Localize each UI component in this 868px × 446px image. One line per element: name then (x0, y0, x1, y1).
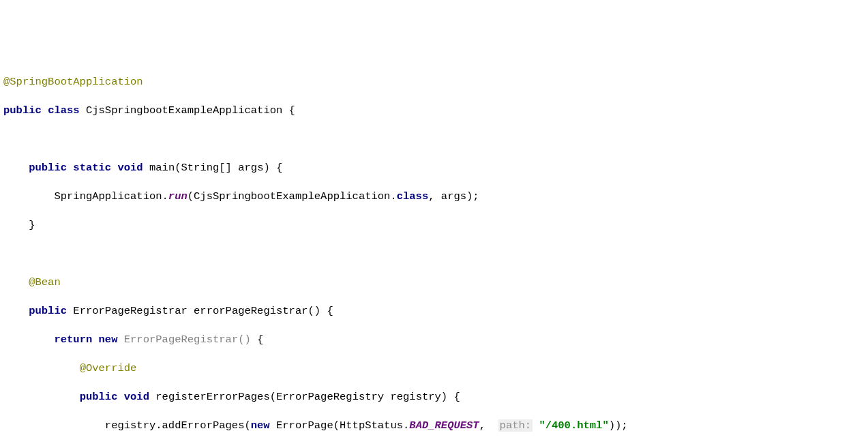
code-line[interactable]: registry.addErrorPages(new ErrorPage(Htt… (3, 419, 868, 433)
http-status: BAD_REQUEST (409, 419, 479, 432)
bean-annotation: @Bean (29, 276, 61, 288)
code-line[interactable]: public class CjsSpringbootExampleApplica… (3, 104, 868, 118)
code-line[interactable]: public void registerErrorPages(ErrorPage… (3, 390, 868, 404)
code-line[interactable]: return new ErrorPageRegistrar() { (3, 333, 868, 347)
code-line[interactable] (3, 247, 868, 261)
code-line[interactable]: SpringApplication.run(CjsSpringbootExamp… (3, 190, 868, 204)
code-line[interactable] (3, 132, 868, 147)
code-line[interactable]: public static void main(String[] args) { (3, 161, 868, 175)
kw-class: class (48, 104, 80, 117)
kw-public: public (3, 104, 42, 117)
param-hint: path: (500, 419, 532, 432)
string-literal: "/400.html" (539, 419, 608, 432)
code-line[interactable]: @Override (3, 361, 868, 376)
main-method: main(String[] args) { (149, 162, 282, 174)
class-name: CjsSpringbootExampleApplication (86, 104, 282, 117)
annotation: @SpringBootApplication (3, 76, 143, 88)
code-line[interactable]: public ErrorPageRegistrar errorPageRegis… (3, 304, 868, 318)
code-line[interactable]: } (3, 218, 868, 233)
code-line[interactable]: @Bean (3, 276, 868, 290)
code-line[interactable]: @SpringBootApplication (3, 75, 868, 89)
method-sig: ErrorPageRegistrar errorPageRegistrar() … (73, 305, 333, 317)
override-annotation: @Override (80, 362, 137, 374)
code-editor[interactable]: @SpringBootApplication public class CjsS… (0, 57, 868, 446)
